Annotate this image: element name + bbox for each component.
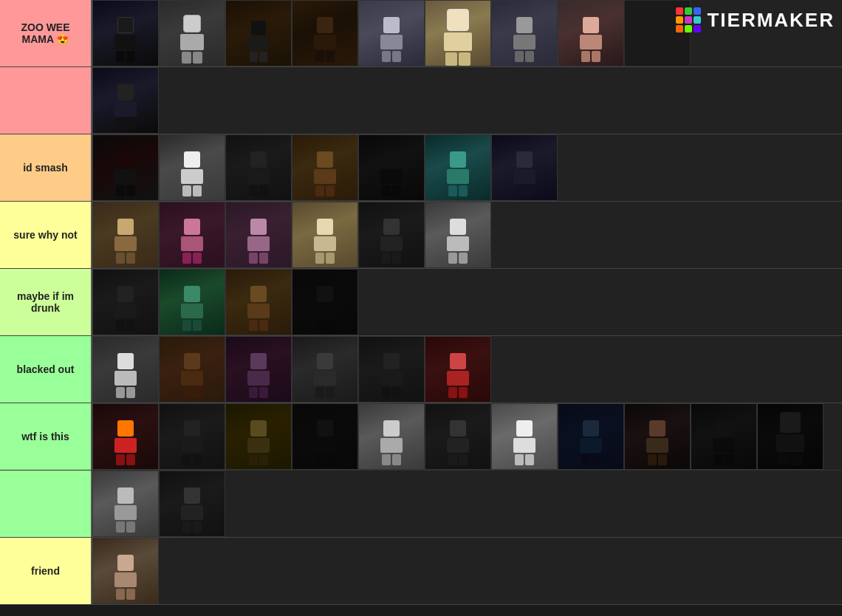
logo-cell-8 (685, 25, 692, 32)
tier-cell (292, 336, 358, 403)
tier-cell (425, 134, 491, 201)
tier-cell (358, 403, 425, 470)
tier-cell (92, 538, 159, 604)
logo-cell-9 (694, 25, 701, 32)
tier-cell (159, 403, 225, 470)
tier-cell (358, 336, 425, 403)
tier-cell (225, 202, 292, 268)
tier-row-blacked: blacked out (0, 336, 842, 403)
tier-label-zoo2 (0, 67, 92, 134)
logo-text: TiERMAKER (707, 9, 835, 32)
tier-label-surewhy: sure why not (0, 202, 92, 268)
logo-cell-3 (694, 7, 701, 15)
tier-cell (92, 67, 159, 134)
tier-cell (292, 403, 358, 470)
tier-row-drunk: maybe if im drunk (0, 269, 842, 336)
tier-cell (225, 403, 292, 470)
tier-row-wtf2 (0, 470, 842, 538)
tier-cell (558, 0, 624, 66)
tier-label-friend: friend (0, 538, 92, 604)
tier-cell (92, 0, 159, 66)
tier-content-surewhy (92, 202, 842, 268)
tier-cell (92, 269, 159, 335)
tier-content-friend (92, 538, 842, 604)
tier-cell (92, 470, 159, 537)
logo-cell-4 (676, 16, 683, 24)
tier-table: ZOO WEE MAMA 😍 (0, 0, 842, 605)
tier-content-wtf2 (92, 470, 842, 537)
logo-cell-1 (676, 7, 683, 15)
tier-cell (225, 134, 292, 201)
tier-content-zoo2 (92, 67, 842, 134)
tier-cell (92, 336, 159, 403)
tier-cell (425, 403, 491, 470)
tier-cell (225, 0, 292, 66)
logo-grid (676, 7, 701, 32)
tier-cell (159, 0, 225, 66)
logo-cell-5 (685, 16, 692, 24)
tier-label-zoo: ZOO WEE MAMA 😍 (0, 0, 92, 66)
tier-label-wtf2 (0, 470, 92, 537)
tier-cell (358, 202, 425, 268)
logo-cell-6 (694, 16, 701, 24)
header-bar: TiERMAKER (676, 7, 835, 32)
tier-label-wtf: wtf is this (0, 403, 92, 470)
tier-cell (491, 134, 558, 201)
tier-cell (558, 403, 624, 470)
tier-cell (425, 202, 491, 268)
app-container: TiERMAKER ZOO WEE MAMA 😍 (0, 0, 842, 616)
tier-label-drunk: maybe if im drunk (0, 269, 92, 335)
tier-cell (292, 269, 358, 335)
tier-cell (159, 470, 225, 537)
tier-cell (92, 202, 159, 268)
tier-cell (159, 269, 225, 335)
tier-row-zoo2 (0, 67, 842, 134)
tier-row-wtf: wtf is this (0, 403, 842, 470)
tier-cell (159, 134, 225, 201)
tier-cell (358, 0, 425, 66)
tier-cell (225, 269, 292, 335)
tier-cell (757, 403, 824, 470)
tier-content-blacked (92, 336, 842, 403)
tier-content-smash (92, 134, 842, 201)
tier-label-blacked: blacked out (0, 336, 92, 403)
tier-cell (292, 0, 358, 66)
tier-cell (624, 403, 691, 470)
tier-row-smash: id smash (0, 134, 842, 202)
logo-cell-7 (676, 25, 683, 32)
tier-cell (292, 134, 358, 201)
tier-cell (92, 134, 159, 201)
tier-cell (92, 403, 159, 470)
logo-cell-2 (685, 7, 692, 15)
tier-row-friend: friend (0, 538, 842, 605)
tier-content-drunk (92, 269, 842, 335)
tier-content-wtf (92, 403, 842, 470)
tier-cell (491, 403, 558, 470)
tier-label-smash: id smash (0, 134, 92, 201)
tier-cell (425, 0, 491, 66)
tier-cell (358, 134, 425, 201)
tier-cell (225, 336, 292, 403)
tier-cell (159, 336, 225, 403)
tier-cell (491, 0, 558, 66)
tier-cell (159, 202, 225, 268)
tier-cell (691, 403, 757, 470)
tier-cell (425, 336, 491, 403)
tier-row-surewhy: sure why not (0, 202, 842, 269)
tier-cell (292, 202, 358, 268)
